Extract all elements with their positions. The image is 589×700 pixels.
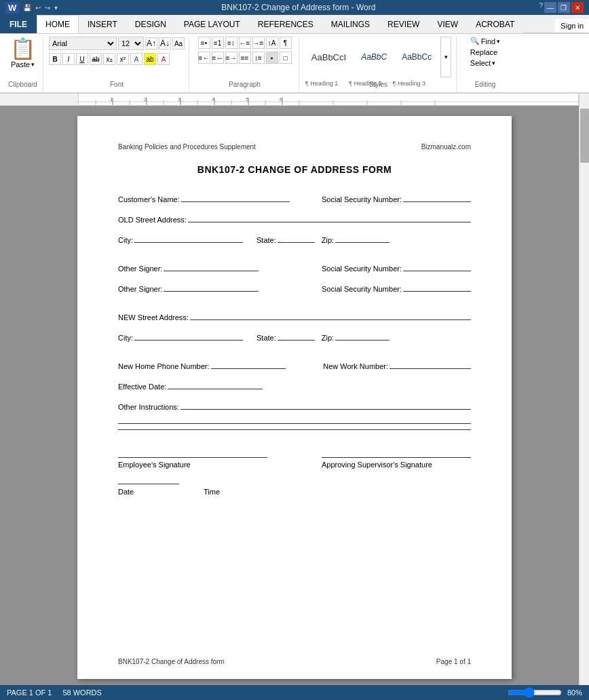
align-left-button[interactable]: ≡← [198,52,210,64]
show-marks-button[interactable]: ¶ [280,37,292,49]
select-button[interactable]: Select ▾ [470,59,496,67]
find-button[interactable]: 🔍 Find ▾ [470,37,500,45]
instructions-row-2 [118,423,471,424]
minimize-button[interactable]: — [544,2,556,13]
quick-access-more[interactable]: ▾ [54,4,58,12]
customer-name-field[interactable] [181,201,290,202]
tab-references[interactable]: REFERENCES [249,15,322,33]
multilevel-list-button[interactable]: ≡↕ [225,37,238,49]
work-phone-field[interactable] [390,368,471,369]
ssn-field[interactable] [403,201,471,202]
tab-view[interactable]: VIEW [428,15,467,33]
title-bar: W 💾 ↩ ↪ ▾ BNK107-2 Change of Address for… [0,0,589,15]
decrease-indent-button[interactable]: ←≡ [239,37,251,49]
highlight-button[interactable]: ab [144,53,156,65]
font-row-1: Arial 12 A↑ A↓ Aa [49,37,185,50]
style-default[interactable]: AaBbCcI [305,50,352,64]
replace-button[interactable]: Replace [470,48,497,56]
style-heading1[interactable]: AaBbC [355,50,393,64]
ruler: 1 2 3 4 5 6 [0,94,589,106]
new-street-field[interactable] [190,319,471,320]
ribbon-group-font: Arial 12 A↑ A↓ Aa B I U ab x₂ x² A ab A [45,37,189,91]
style-heading2[interactable]: AaBbCc [396,50,438,64]
work-phone-label: New Work Number: [323,362,388,370]
home-phone-field[interactable] [211,368,286,369]
ribbon-group-editing: 🔍 Find ▾ Replace Select ▾ Editing [458,37,512,91]
styles-more-button[interactable]: ▾ [440,37,451,77]
vertical-scrollbar[interactable] [579,95,589,685]
bold-button[interactable]: B [49,53,61,65]
font-grow-button[interactable]: A↑ [145,37,157,50]
tab-design[interactable]: DESIGN [126,15,175,33]
tab-review[interactable]: REVIEW [379,15,428,33]
select-arrow[interactable]: ▾ [492,60,495,66]
italic-button[interactable]: I [62,53,75,65]
text-effect-button[interactable]: A [130,53,142,65]
ribbon-tabs: FILE HOME INSERT DESIGN PAGE LAYOUT REFE… [0,15,589,34]
quick-access-undo[interactable]: ↩ [35,4,41,12]
font-family-select[interactable]: Arial [49,37,117,50]
align-center-button[interactable]: ≡↔ [212,52,224,64]
clear-format-button[interactable]: Aa [172,37,185,50]
state1-field[interactable] [278,242,315,243]
help-icon[interactable]: ? [539,2,543,13]
scroll-thumb[interactable] [580,109,589,163]
sign-in-link[interactable]: Sign in [555,19,589,33]
superscript-button[interactable]: x² [117,53,129,65]
align-right-button[interactable]: ≡→ [225,52,238,64]
font-color-button[interactable]: A [157,53,170,65]
page-header-left: Banking Policies and Procedures Suppleme… [118,143,256,151]
bullet-list-button[interactable]: ≡• [198,37,210,49]
tab-file[interactable]: FILE [0,15,37,33]
close-button[interactable]: ✕ [571,2,584,13]
restore-button[interactable]: ❐ [558,2,570,13]
strikethrough-button[interactable]: ab [90,53,102,65]
ssn2-field[interactable] [403,271,471,271]
increase-indent-button[interactable]: →≡ [252,37,265,49]
paste-dropdown-arrow[interactable]: ▾ [31,61,35,68]
line-spacing-button[interactable]: ↕≡ [252,52,265,64]
zip2-label: Zip: [322,334,334,342]
svg-text:6: 6 [280,96,283,102]
city2-field[interactable] [134,340,243,341]
instructions-field-2[interactable] [118,423,471,424]
ssn-label: Social Security Number: [322,195,402,203]
subscript-button[interactable]: x₂ [103,53,115,65]
tab-insert[interactable]: INSERT [79,15,126,33]
city1-field[interactable] [134,242,243,243]
zip1-field[interactable] [335,242,390,243]
styles-group-label: Styles [301,81,456,88]
other-signer1-field[interactable] [164,271,259,271]
paste-button[interactable]: 📋 Paste ▾ [10,37,35,69]
ssn3-field[interactable] [403,291,471,292]
old-street-field[interactable] [188,222,471,222]
font-shrink-button[interactable]: A↓ [159,37,171,50]
number-list-button[interactable]: ≡1 [212,37,224,49]
tab-mailings[interactable]: MAILINGS [322,15,379,33]
border-button[interactable]: □ [280,52,292,64]
font-size-select[interactable]: 12 [118,37,144,50]
svg-text:5: 5 [246,96,249,102]
old-street-row: OLD Street Address: [118,216,471,224]
quick-access-save[interactable]: 💾 [23,4,31,12]
tab-page-layout[interactable]: PAGE LAYOUT [175,15,249,33]
tab-home[interactable]: HOME [37,15,79,33]
justify-button[interactable]: ≡≡ [239,52,251,64]
find-arrow[interactable]: ▾ [497,38,500,45]
supervisor-sig-block: Approving Supervisor's Signature [322,457,471,469]
shading-button[interactable]: ▪ [266,52,278,64]
sort-button[interactable]: ↕A [266,37,278,49]
effective-date-field[interactable] [168,389,263,389]
state2-field[interactable] [278,340,315,341]
title-bar-left: W 💾 ↩ ↪ ▾ [5,2,58,14]
instructions-field-3[interactable] [118,429,471,430]
other-signer1-row: Other Signer: Social Security Number: [118,265,471,273]
quick-access-redo[interactable]: ↪ [45,4,50,12]
tab-acrobat[interactable]: ACROBAT [467,15,523,33]
zoom-slider[interactable] [508,687,562,698]
other-signer2-field[interactable] [164,291,259,292]
instructions-field-1[interactable] [180,409,471,410]
ribbon-group-clipboard: 📋 Paste ▾ Clipboard [3,37,43,91]
underline-button[interactable]: U [76,53,88,65]
zip2-field[interactable] [335,340,390,341]
